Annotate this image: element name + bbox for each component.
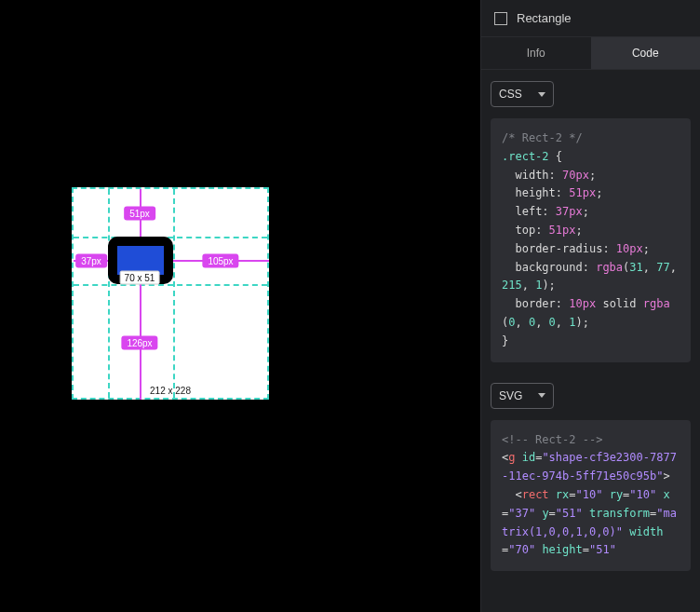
css-selector: .rect-2 xyxy=(502,150,549,163)
guide-horizontal-bottom xyxy=(74,284,267,286)
distance-bottom-pill: 126px xyxy=(121,336,157,350)
distance-left-pill: 37px xyxy=(75,254,107,268)
css-comment: /* Rect-2 */ xyxy=(502,131,583,144)
distance-top-pill: 51px xyxy=(124,207,155,221)
chevron-down-icon xyxy=(538,393,545,398)
artboard[interactable]: 51px 37px 105px 126px 70 x 51 212 x 228 xyxy=(72,187,269,400)
distance-right-pill: 105px xyxy=(202,254,238,268)
language-select-css-label: CSS xyxy=(499,88,522,101)
language-select-svg-label: SVG xyxy=(499,389,522,402)
shape-dimensions-label: 70 x 51 xyxy=(120,271,160,285)
guide-horizontal-top xyxy=(74,237,267,238)
tab-code[interactable]: Code xyxy=(591,37,701,69)
inspector-panel: Rectangle Info Code CSS /* Rect-2 */ .re… xyxy=(480,0,700,612)
chevron-down-icon xyxy=(538,92,545,97)
css-select-row: CSS xyxy=(481,70,700,113)
rectangle-icon xyxy=(494,12,507,25)
artboard-dimensions-label: 212 x 228 xyxy=(150,386,191,396)
inspector-tabs: Info Code xyxy=(481,37,700,70)
panel-header: Rectangle xyxy=(481,0,700,37)
guide-vertical-left xyxy=(108,189,110,398)
svg-code-block[interactable]: <!-- Rect-2 --> <g id="shape-cf3e2300-78… xyxy=(491,420,691,572)
language-select-css[interactable]: CSS xyxy=(491,81,554,107)
tab-info[interactable]: Info xyxy=(481,37,591,69)
language-select-svg[interactable]: SVG xyxy=(491,383,554,409)
panel-title: Rectangle xyxy=(517,11,572,25)
svg-comment: <!-- Rect-2 --> xyxy=(502,433,602,446)
svg-select-row: SVG xyxy=(481,372,700,415)
guide-vertical-right xyxy=(173,189,175,398)
css-code-block[interactable]: /* Rect-2 */ .rect-2 { width: 70px; heig… xyxy=(491,118,691,362)
canvas-area[interactable]: 51px 37px 105px 126px 70 x 51 212 x 228 xyxy=(0,0,480,612)
